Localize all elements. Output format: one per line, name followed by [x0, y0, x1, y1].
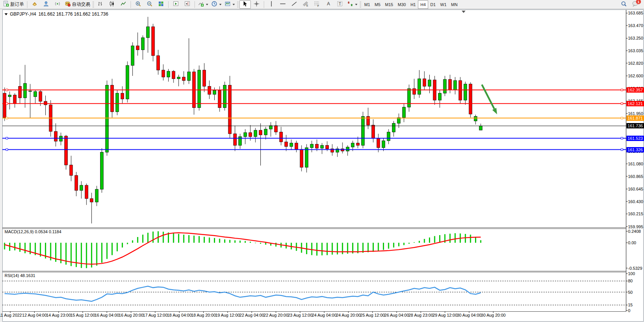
arrow-object-line[interactable] — [482, 85, 494, 109]
candle-body[interactable] — [479, 126, 482, 130]
candle-body[interactable] — [290, 143, 293, 146]
candle-body[interactable] — [454, 80, 457, 90]
candle-body[interactable] — [228, 85, 231, 134]
candle-body[interactable] — [295, 143, 298, 149]
candle-body[interactable] — [325, 145, 328, 149]
candle-body[interactable] — [418, 79, 421, 95]
candle-body[interactable] — [372, 125, 375, 138]
candle-body[interactable] — [44, 101, 47, 105]
candle-body[interactable] — [356, 143, 359, 145]
candle-body[interactable] — [233, 134, 236, 145]
candle-body[interactable] — [244, 133, 247, 137]
candle-body[interactable] — [213, 90, 216, 95]
line-handle[interactable] — [621, 137, 623, 139]
candle-body[interactable] — [448, 79, 451, 90]
candle-body[interactable] — [346, 147, 349, 151]
candle-body[interactable] — [172, 71, 175, 79]
candle-body[interactable] — [162, 70, 165, 77]
line-handle[interactable] — [621, 103, 623, 104]
candle-body[interactable] — [223, 85, 226, 107]
candle-body[interactable] — [310, 144, 313, 147]
candle-body[interactable] — [131, 46, 134, 66]
candle-body[interactable] — [141, 38, 144, 50]
candle-body[interactable] — [218, 90, 221, 108]
candle-body[interactable] — [208, 86, 211, 94]
candle-body[interactable] — [351, 143, 354, 147]
candle-body[interactable] — [305, 147, 308, 167]
line-handle[interactable] — [6, 103, 8, 104]
candle-body[interactable] — [70, 165, 73, 175]
candle-body[interactable] — [423, 79, 426, 87]
line-handle[interactable] — [6, 149, 8, 151]
candle-body[interactable] — [264, 129, 267, 135]
candle-body[interactable] — [64, 136, 67, 165]
candle-body[interactable] — [90, 199, 93, 202]
candle-body[interactable] — [474, 116, 477, 121]
candle-body[interactable] — [187, 72, 190, 80]
chart-canvas[interactable] — [0, 0, 644, 322]
line-handle[interactable] — [6, 89, 8, 91]
candle-body[interactable] — [203, 70, 206, 87]
candle-body[interactable] — [116, 93, 119, 112]
candle-body[interactable] — [100, 152, 104, 189]
candle-body[interactable] — [110, 85, 113, 112]
candle-body[interactable] — [29, 91, 32, 92]
candle-body[interactable] — [177, 77, 180, 79]
candle-body[interactable] — [24, 83, 27, 98]
candle-body[interactable] — [459, 80, 462, 100]
candle-body[interactable] — [259, 130, 262, 135]
candle-body[interactable] — [377, 138, 380, 147]
chart-menu-arrow-icon[interactable] — [5, 13, 8, 15]
candle-body[interactable] — [147, 27, 150, 38]
candle-body[interactable] — [269, 126, 273, 129]
candle-body[interactable] — [279, 132, 282, 142]
candle-body[interactable] — [3, 93, 6, 118]
candle-body[interactable] — [392, 123, 395, 132]
candle-body[interactable] — [387, 132, 390, 141]
candle-body[interactable] — [39, 91, 42, 101]
candle-body[interactable] — [316, 144, 319, 148]
candle-body[interactable] — [320, 145, 324, 148]
candle-body[interactable] — [362, 116, 365, 145]
line-handle[interactable] — [6, 137, 8, 139]
candle-body[interactable] — [469, 84, 472, 114]
candle-body[interactable] — [382, 141, 385, 147]
candle-body[interactable] — [8, 95, 11, 97]
candle-body[interactable] — [300, 149, 303, 167]
line-handle[interactable] — [621, 117, 623, 119]
candle-body[interactable] — [274, 126, 277, 132]
candle-body[interactable] — [85, 185, 88, 199]
arrow-object-head[interactable] — [492, 108, 497, 114]
candle-body[interactable] — [126, 66, 129, 99]
candle-body[interactable] — [34, 91, 37, 97]
candle-body[interactable] — [438, 93, 441, 100]
candle-body[interactable] — [464, 84, 467, 100]
candle-body[interactable] — [249, 133, 252, 137]
candle-body[interactable] — [167, 71, 170, 77]
candle-body[interactable] — [95, 189, 98, 202]
candle-body[interactable] — [198, 70, 201, 108]
candle-body[interactable] — [18, 86, 21, 98]
candle-body[interactable] — [443, 79, 446, 93]
line-handle[interactable] — [621, 149, 623, 151]
candle-body[interactable] — [413, 89, 416, 95]
candle-body[interactable] — [254, 130, 257, 137]
candle-body[interactable] — [54, 131, 57, 141]
candle-body[interactable] — [157, 56, 160, 70]
candle-body[interactable] — [182, 77, 185, 80]
candle-body[interactable] — [121, 93, 124, 99]
candle-body[interactable] — [75, 175, 78, 190]
candle-body[interactable] — [285, 142, 288, 146]
candle-body[interactable] — [408, 89, 411, 107]
candle-body[interactable] — [105, 85, 108, 152]
candle-body[interactable] — [80, 185, 83, 191]
candle-body[interactable] — [402, 107, 405, 117]
candle-body[interactable] — [136, 46, 139, 50]
line-handle[interactable] — [621, 89, 623, 91]
line-handle[interactable] — [6, 117, 8, 119]
candle-body[interactable] — [151, 27, 155, 56]
candle-body[interactable] — [428, 80, 431, 87]
candle-body[interactable] — [59, 136, 62, 141]
chart-shift-marker-icon[interactable] — [462, 11, 465, 13]
candle-body[interactable] — [13, 95, 16, 104]
